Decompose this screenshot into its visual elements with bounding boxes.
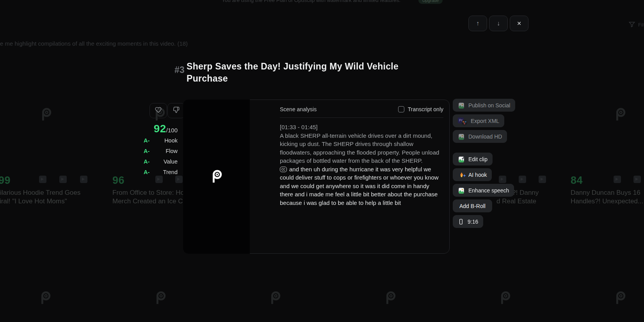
export-xml-button[interactable]: Pr Export XML bbox=[453, 114, 504, 127]
platform-thumb-icon bbox=[614, 176, 621, 183]
dislike-button[interactable] bbox=[167, 103, 185, 118]
clip-title-line: Viral! "I Love Hot Moms" bbox=[0, 197, 67, 205]
watermark-logo bbox=[40, 106, 52, 122]
video-player[interactable] bbox=[183, 100, 250, 254]
clip-score: 96 bbox=[112, 174, 125, 187]
media-file-icon bbox=[458, 133, 465, 140]
background-prompt-text: e me highlight compilations of all the e… bbox=[0, 40, 188, 47]
virality-score: 92/100 bbox=[137, 123, 178, 135]
grade-mark: A- bbox=[144, 169, 149, 175]
grade-mark: A- bbox=[144, 137, 149, 144]
edit-clip-button[interactable]: Edit clip bbox=[453, 153, 493, 165]
grade-label: Value bbox=[164, 158, 178, 165]
watermark-logo bbox=[499, 290, 511, 305]
score-value: 92 bbox=[154, 123, 166, 135]
platform-thumb-icon bbox=[539, 176, 546, 183]
transcript-only-toggle[interactable]: Transcript only bbox=[398, 106, 443, 112]
sparkle-icon bbox=[463, 172, 466, 178]
clip-title-line: Handles?! Unexpected... bbox=[571, 197, 643, 205]
action-label: Export XML bbox=[471, 118, 499, 124]
heart-icon bbox=[155, 107, 162, 115]
transcript-only-checkbox[interactable] bbox=[398, 106, 404, 112]
action-label: Publish on Social bbox=[468, 102, 510, 109]
clip-detail-panel: Scene analysis Transcript only [01:33 - … bbox=[183, 100, 450, 254]
scene-analysis-section: Scene analysis Transcript only [01:33 - … bbox=[250, 100, 449, 253]
opusclip-logo bbox=[210, 168, 223, 185]
publish-on-social-button[interactable]: Publish on Social bbox=[453, 99, 515, 112]
flame-icon bbox=[458, 171, 465, 178]
grade-row: A- Flow bbox=[144, 146, 178, 156]
filter-icon bbox=[628, 21, 635, 29]
watermark-logo bbox=[614, 290, 626, 305]
platform-thumb-icon bbox=[519, 176, 526, 183]
scene-analysis-title: Scene analysis bbox=[280, 106, 317, 112]
action-label: Download HD bbox=[468, 133, 502, 140]
prev-clip-button[interactable]: ↑ bbox=[468, 16, 487, 31]
thumbs-down-icon bbox=[173, 107, 180, 115]
watermark-logo bbox=[154, 290, 167, 305]
filter-control[interactable]: Filter bbox=[628, 21, 644, 29]
free-plan-text: You are using the Free Plan of Opusclip … bbox=[222, 0, 400, 3]
scene-transcript: ccand then uh during the hurricane it wa… bbox=[280, 165, 443, 207]
clip-score: 99 bbox=[0, 174, 11, 187]
grade-mark: A- bbox=[144, 158, 149, 165]
add-broll-button[interactable]: Add B-Roll bbox=[453, 199, 492, 212]
action-label: 9:16 bbox=[468, 219, 478, 225]
grade-list: A- Hook A- Flow A- Value A- Trend bbox=[144, 135, 178, 177]
platform-thumb-icon bbox=[80, 176, 87, 183]
watermark-logo bbox=[384, 290, 397, 305]
platform-thumb-icon bbox=[39, 176, 46, 183]
grade-label: Hook bbox=[164, 137, 178, 144]
watermark-logo bbox=[269, 290, 281, 305]
close-icon: ✕ bbox=[517, 20, 521, 27]
ai-hook-button[interactable]: AI hook bbox=[453, 168, 492, 181]
platform-thumb-icon bbox=[633, 176, 641, 183]
grade-mark: A- bbox=[144, 148, 149, 154]
clip-title-line: Danny Duncan Buys 16 bbox=[571, 189, 640, 197]
clip-title: Sherp Saves the Day! Justifying My Wild … bbox=[187, 60, 413, 85]
platform-thumb-icon bbox=[499, 176, 506, 183]
scene-analysis-body: [01:33 - 01:45] A black SHERP all-terrai… bbox=[280, 118, 443, 207]
scene-analysis-header: Scene analysis Transcript only bbox=[280, 106, 443, 118]
action-label: Enhance speech bbox=[468, 187, 509, 194]
action-label: AI hook bbox=[468, 172, 487, 178]
download-hd-button[interactable]: Download HD bbox=[453, 130, 507, 143]
transcript-only-label: Transcript only bbox=[408, 106, 443, 112]
watermark-logo bbox=[614, 106, 626, 122]
action-label: Edit clip bbox=[468, 156, 487, 162]
clip-title-line: d Real Estate bbox=[496, 197, 536, 205]
clip-number: #3 bbox=[174, 65, 185, 75]
upgrade-button[interactable]: Upgrade bbox=[418, 0, 443, 4]
enhance-speech-icon bbox=[458, 187, 465, 194]
platform-thumb-icon bbox=[59, 176, 67, 183]
action-label: Add B-Roll bbox=[459, 203, 486, 209]
grade-row: A- Value bbox=[144, 156, 178, 167]
scene-timestamp: [01:33 - 01:45] bbox=[280, 123, 443, 132]
enhance-speech-button[interactable]: Enhance speech bbox=[453, 184, 514, 197]
clip-score: 84 bbox=[571, 174, 583, 187]
premiere-resolve-icon: Pr bbox=[458, 117, 467, 125]
media-file-icon bbox=[458, 102, 465, 109]
clip-title-line: From Office to Store: How bbox=[112, 189, 189, 197]
scene-description: A black SHERP all-terrain vehicle drives… bbox=[280, 132, 443, 165]
grade-row: A- Hook bbox=[144, 135, 178, 146]
watermark-logo bbox=[39, 290, 52, 305]
score-denominator: /100 bbox=[166, 127, 178, 133]
arrow-down-icon: ↓ bbox=[497, 20, 500, 27]
aspect-ratio-button[interactable]: 9:16 bbox=[453, 215, 483, 228]
grade-row: A- Trend bbox=[144, 167, 178, 177]
app-screen: You are using the Free Plan of Opusclip … bbox=[0, 0, 644, 322]
arrow-up-icon: ↑ bbox=[476, 20, 479, 27]
close-button[interactable]: ✕ bbox=[510, 16, 528, 31]
grade-label: Flow bbox=[165, 148, 178, 154]
transcript-text: and then uh during the hurricane it was … bbox=[280, 166, 439, 206]
clip-title-line: Merch Created an Ice Cre bbox=[112, 197, 189, 205]
edit-clip-icon bbox=[458, 156, 465, 163]
grade-label: Trend bbox=[163, 169, 178, 175]
phone-portrait-icon bbox=[458, 219, 464, 225]
filter-label: Filter bbox=[638, 22, 644, 28]
next-clip-button[interactable]: ↓ bbox=[489, 16, 508, 31]
like-button[interactable] bbox=[149, 103, 167, 118]
free-plan-banner: You are using the Free Plan of Opusclip … bbox=[0, 0, 644, 4]
clip-title-line: Hilarious Hoodie Trend Goes bbox=[0, 189, 80, 197]
